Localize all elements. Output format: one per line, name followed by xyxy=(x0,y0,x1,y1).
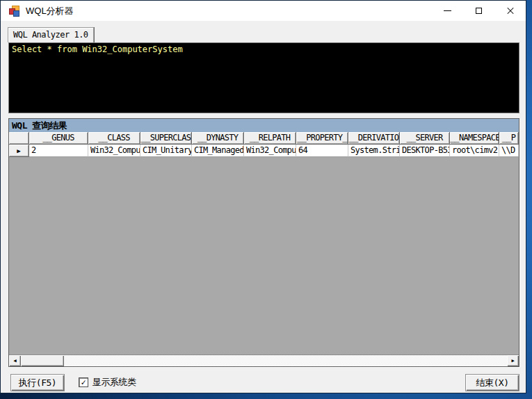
execute-button[interactable]: 执行(F5) xyxy=(10,374,65,391)
grid-cell[interactable]: Win32_Compu xyxy=(244,145,296,157)
query-editor[interactable]: Select * from Win32_ComputerSystem xyxy=(8,42,519,113)
column-header-namespace[interactable]: __NAMESPACE xyxy=(450,132,499,145)
results-panel: WQL 查询结果 __GENUS__CLASS__SUPERCLAS__DYNA… xyxy=(8,118,519,367)
minimize-icon xyxy=(444,10,451,11)
results-panel-header: WQL 查询结果 xyxy=(9,119,519,132)
exit-button[interactable]: 结束(X) xyxy=(465,374,519,391)
grid-cell[interactable]: CIM_Unitary xyxy=(140,145,192,157)
grid-cell[interactable]: DESKTOP-B53 xyxy=(400,145,450,157)
column-header-server[interactable]: __SERVER xyxy=(400,132,450,145)
close-button[interactable] xyxy=(494,1,526,21)
checkbox-label: 显示系统类 xyxy=(92,376,136,389)
scroll-right-button[interactable]: ▶ xyxy=(507,355,519,366)
column-header-superclas[interactable]: __SUPERCLAS xyxy=(140,132,192,145)
show-system-classes-checkbox[interactable]: ✓ 显示系统类 xyxy=(79,376,136,389)
grid-empty-area xyxy=(9,157,519,355)
horizontal-scrollbar[interactable]: ◀ ▶ xyxy=(9,355,519,366)
column-header-p[interactable]: __P xyxy=(499,132,519,145)
results-grid: __GENUS__CLASS__SUPERCLAS__DYNASTY__RELP… xyxy=(9,132,519,366)
scrollbar-thumb[interactable] xyxy=(21,355,64,366)
column-header-dynasty[interactable]: __DYNASTY xyxy=(192,132,244,145)
app-icon xyxy=(9,6,20,17)
grid-cell[interactable]: 2 xyxy=(29,145,88,157)
app-icon-square-blue xyxy=(13,10,19,17)
app-window: WQL分析器 WQL Analyzer 1.0 Select * from Wi… xyxy=(0,0,526,393)
grid-cell[interactable]: Win32_Compu xyxy=(88,145,140,157)
checkbox-box[interactable]: ✓ xyxy=(79,377,88,387)
checkbox-check-icon: ✓ xyxy=(81,378,86,386)
column-header-property[interactable]: __PROPERTY_ xyxy=(296,132,348,145)
grid-cell[interactable]: CIM_Managed xyxy=(192,145,244,157)
window-title: WQL分析器 xyxy=(26,5,74,17)
scrollbar-track[interactable] xyxy=(64,355,507,366)
minimize-button[interactable] xyxy=(432,1,463,21)
close-icon xyxy=(506,7,515,15)
desktop-background: WQL分析器 WQL Analyzer 1.0 Select * from Wi… xyxy=(0,0,532,399)
client-area: WQL Analyzer 1.0 Select * from Win32_Com… xyxy=(1,21,526,393)
grid-data-row: ▶2Win32_CompuCIM_UnitaryCIM_ManagedWin32… xyxy=(9,145,519,157)
column-header-derivatio[interactable]: __DERIVATIO xyxy=(348,132,400,145)
column-header-class[interactable]: __CLASS xyxy=(88,132,140,145)
grid-header-row: __GENUS__CLASS__SUPERCLAS__DYNASTY__RELP… xyxy=(9,132,519,145)
window-controls xyxy=(432,1,526,21)
title-bar: WQL分析器 xyxy=(1,1,526,21)
grid-cell[interactable]: 64 xyxy=(296,145,348,157)
grid-cell[interactable]: \\D xyxy=(499,145,519,157)
row-selector-cell[interactable]: ▶ xyxy=(9,145,29,157)
grid-cell[interactable]: root\cimv2 xyxy=(450,145,499,157)
scroll-left-button[interactable]: ◀ xyxy=(9,355,21,366)
grid-cell[interactable]: System.Strin xyxy=(348,145,400,157)
maximize-button[interactable] xyxy=(463,1,494,21)
maximize-icon xyxy=(476,8,482,14)
column-header-genus[interactable]: __GENUS xyxy=(29,132,88,145)
tab-wql-analyzer[interactable]: WQL Analyzer 1.0 xyxy=(8,27,94,42)
row-selector-arrow-icon: ▶ xyxy=(17,147,20,154)
column-header-relpath[interactable]: __RELPATH xyxy=(244,132,296,145)
grid-corner-cell[interactable] xyxy=(9,132,29,145)
